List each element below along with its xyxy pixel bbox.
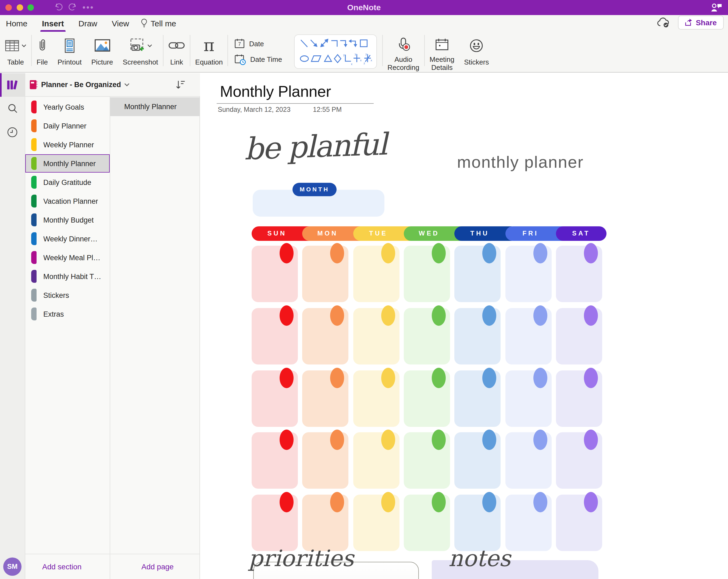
sidebar-section-monthly-budget[interactable]: Monthly Budget	[25, 211, 110, 229]
notebook-chevron-icon[interactable]	[124, 83, 130, 86]
meeting-calendar-icon	[435, 37, 449, 51]
sidebar-section-weekly-planner[interactable]: Weekly Planner	[25, 135, 110, 154]
stickers-button[interactable]: Stickers	[459, 31, 494, 72]
calendar-cell-row5-wed	[404, 495, 450, 551]
calendar-cell-row2-mon	[303, 308, 349, 365]
menu-view[interactable]: View	[111, 18, 130, 29]
day-dot-icon	[432, 429, 446, 450]
sidebar-section-monthly-planner[interactable]: Monthly Planner	[25, 154, 110, 173]
section-color-tab-icon	[31, 138, 36, 151]
day-dot-icon	[330, 492, 344, 512]
sync-status-icon[interactable]	[656, 17, 671, 28]
section-color-tab-icon	[31, 289, 36, 301]
page-canvas[interactable]: Monthly Planner Sunday, March 12, 2023 1…	[200, 73, 728, 579]
shared-people-icon[interactable]	[710, 2, 723, 13]
search-nav-button[interactable]	[0, 101, 25, 115]
calendar-cell-row5-sun	[252, 495, 298, 551]
svg-text:y: y	[355, 52, 356, 55]
calendar-clock-icon	[235, 54, 246, 65]
shapes-palette[interactable]: yx yx yxz	[294, 34, 376, 69]
calendar-cell-row5-fri	[505, 495, 551, 551]
add-page-row: Add page	[110, 554, 200, 579]
day-dot-icon	[482, 243, 496, 263]
calendar-cell-row4-sun	[252, 432, 298, 489]
link-button[interactable]: Link	[163, 31, 190, 72]
section-label: Monthly Planner	[43, 159, 96, 167]
sort-pages-icon[interactable]	[175, 79, 186, 90]
page-item-monthly-planner[interactable]: Monthly Planner	[110, 97, 200, 116]
share-button[interactable]: Share	[678, 15, 724, 29]
menu-draw[interactable]: Draw	[78, 18, 98, 29]
file-button[interactable]: File	[32, 31, 53, 72]
sidebar-section-yearly-goals[interactable]: Yearly Goals	[25, 98, 110, 116]
section-color-tab-icon	[31, 176, 36, 189]
section-label: Daily Gratitude	[43, 178, 92, 186]
chevron-down-icon	[147, 44, 152, 47]
sidebar-section-daily-planner[interactable]: Daily Planner	[25, 117, 110, 135]
day-dot-icon	[330, 243, 344, 263]
menu-home[interactable]: Home	[5, 18, 28, 29]
calendar-cell-row2-sat	[556, 308, 602, 365]
calendar-cell-row4-mon	[303, 432, 349, 489]
day-dot-icon	[432, 243, 446, 263]
day-dot-icon	[533, 368, 547, 388]
section-label: Weekly Meal Pl…	[43, 254, 101, 262]
day-header-mon: MON	[303, 226, 360, 241]
svg-text:7: 7	[238, 42, 241, 47]
table-button[interactable]: Table	[0, 31, 31, 72]
day-dot-icon	[432, 305, 446, 326]
day-dot-icon	[280, 243, 293, 263]
sidebar-section-weekly-meal-pl[interactable]: Weekly Meal Pl…	[25, 248, 110, 267]
picture-icon	[94, 39, 110, 52]
day-dot-icon	[584, 305, 598, 326]
sidebar-section-monthly-habit-t[interactable]: Monthly Habit T…	[25, 267, 110, 286]
sidebar-section-daily-gratitude[interactable]: Daily Gratitude	[25, 173, 110, 191]
calendar-cell-row3-thu	[454, 370, 500, 427]
day-dot-icon	[381, 368, 395, 388]
add-section-button[interactable]: Add section	[42, 562, 81, 571]
menu-insert[interactable]: Insert	[42, 18, 64, 29]
page-time: 12:55 PM	[313, 106, 342, 113]
day-dot-icon	[533, 305, 547, 326]
section-label: Yearly Goals	[43, 103, 84, 111]
table-icon	[5, 38, 19, 52]
lightbulb-icon	[140, 18, 148, 28]
calendar-cell-row4-tue	[353, 432, 399, 489]
month-badge: MONTH	[292, 183, 337, 196]
title-bar: ••• OneNote	[0, 0, 728, 15]
paperclip-icon	[36, 38, 48, 53]
calendar-cell-row4-sat	[556, 432, 602, 489]
printout-icon	[63, 38, 76, 53]
chevron-down-icon	[22, 44, 26, 47]
audio-recording-button[interactable]: AudioRecording	[383, 31, 424, 72]
page-date: Sunday, March 12, 2023	[218, 106, 291, 113]
sidebar-section-stickers[interactable]: Stickers	[25, 286, 110, 304]
page-title[interactable]: Monthly Planner	[220, 82, 331, 100]
calendar-cell-row2-sun	[252, 308, 298, 365]
recent-notes-nav-button[interactable]	[0, 125, 25, 139]
sidebar-section-vacation-planner[interactable]: Vacation Planner	[25, 192, 110, 210]
meeting-details-button[interactable]: MeetingDetails	[425, 31, 460, 72]
calendar-cell-row5-sat	[556, 495, 602, 551]
sidebar-section-weekly-dinner[interactable]: Weekly Dinner…	[25, 230, 110, 248]
insert-date-button[interactable]: 7 Date	[235, 38, 282, 49]
equation-button[interactable]: π Equation	[190, 31, 228, 72]
insert-date-time-button[interactable]: Date Time	[235, 54, 282, 65]
onenote-window: ••• OneNote Home Insert Draw View Tell m…	[0, 0, 728, 579]
calendar-cell-row1-mon	[303, 246, 349, 302]
section-color-tab-icon	[31, 251, 36, 264]
account-avatar[interactable]: SM	[3, 557, 22, 576]
add-page-button[interactable]: Add page	[141, 562, 174, 571]
notebooks-nav-button[interactable]	[0, 73, 25, 97]
svg-text:z: z	[363, 61, 365, 64]
screenshot-button[interactable]: Screenshot	[118, 31, 163, 72]
notebook-name[interactable]: Planner - Be Organized	[41, 81, 121, 89]
calendar-cell-row1-fri	[505, 246, 551, 302]
section-label: Extras	[43, 310, 64, 318]
picture-button[interactable]: Picture	[86, 31, 118, 72]
calendar-cell-row3-fri	[505, 370, 551, 427]
printout-button[interactable]: Printout	[53, 31, 86, 72]
sidebar-section-extras[interactable]: Extras	[25, 305, 110, 323]
day-dot-icon	[482, 429, 496, 450]
menu-tell-me[interactable]: Tell me	[140, 18, 176, 28]
